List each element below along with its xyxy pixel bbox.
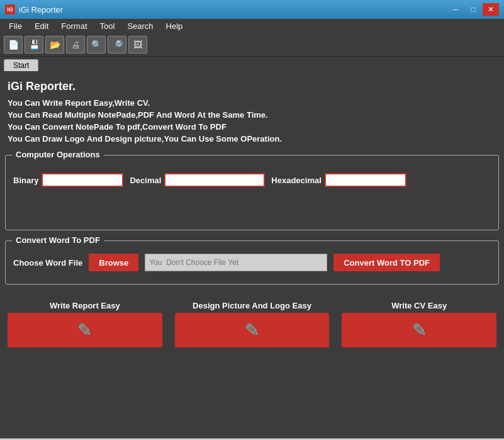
app-title: iGi Reporter.: [8, 80, 496, 93]
title-bar: iG iGi Reporter ─ □ ✕: [0, 0, 504, 19]
write-report-title: Write Report Easy: [50, 301, 120, 310]
menu-item-tool[interactable]: Tool: [94, 19, 121, 33]
binary-field-group: Binary: [13, 173, 123, 187]
design-picture-button[interactable]: ✎: [175, 313, 330, 347]
hexadecimal-label: Hexadecimal: [271, 176, 322, 185]
menu-item-search[interactable]: Search: [121, 19, 159, 33]
write-report-icon: ✎: [77, 320, 92, 341]
bottom-section: Write Report Easy ✎ Design Picture And L…: [5, 296, 499, 353]
convert-word-group: Convert Word To PDF Choose Word File Bro…: [5, 240, 499, 285]
toolbar-btn-image[interactable]: 🖼: [128, 36, 147, 54]
toolbar: 📄💾📂🖨🔍🔎🖼: [0, 33, 504, 57]
convert-word-button[interactable]: Convert Word TO PDF: [333, 254, 440, 271]
main-content: iGi Reporter. You Can Write Report Easy,…: [0, 71, 504, 438]
minimize-button[interactable]: ─: [447, 3, 464, 16]
computer-ops-fields: Binary Decimal Hexadecimal: [11, 161, 493, 225]
tab-bar: Start: [0, 57, 504, 71]
write-cv-card: Write CV Easy ✎: [342, 301, 496, 347]
toolbar-btn-new[interactable]: 📄: [4, 36, 23, 54]
convert-section: Choose Word File Browse Convert Word TO …: [11, 246, 493, 279]
computer-ops-group: Computer Operations Binary Decimal Hexad…: [5, 155, 499, 230]
restore-button[interactable]: □: [465, 3, 481, 16]
design-picture-card: Design Picture And Logo Easy ✎: [175, 301, 330, 347]
info-line-4: You Can Draw Logo And Design picture,You…: [8, 134, 496, 144]
info-line-2: You Can Read Multiple NotePade,PDF And W…: [8, 110, 496, 120]
menu-bar: FileEditFormatToolSearchHelp: [0, 19, 504, 33]
info-line-3: You Can Convert NotePade To pdf,Convert …: [8, 122, 496, 132]
computer-ops-title: Computer Operations: [12, 150, 104, 159]
tab-start[interactable]: Start: [4, 59, 38, 71]
close-button[interactable]: ✕: [483, 3, 499, 16]
toolbar-btn-print[interactable]: 🖨: [66, 36, 85, 54]
design-picture-title: Design Picture And Logo Easy: [193, 301, 311, 310]
menu-item-help[interactable]: Help: [160, 19, 189, 33]
choose-file-label: Choose Word File: [13, 258, 82, 268]
browse-button[interactable]: Browse: [89, 254, 138, 271]
write-cv-button[interactable]: ✎: [342, 313, 496, 347]
binary-label: Binary: [13, 176, 38, 185]
toolbar-btn-search[interactable]: 🔍: [87, 36, 106, 54]
info-section: iGi Reporter. You Can Write Report Easy,…: [5, 76, 499, 150]
toolbar-btn-replace[interactable]: 🔎: [108, 36, 126, 54]
window-title: iGi Reporter: [19, 5, 63, 14]
binary-input[interactable]: [42, 173, 123, 187]
menu-item-edit[interactable]: Edit: [28, 19, 55, 33]
design-picture-icon: ✎: [245, 320, 259, 341]
toolbar-btn-open[interactable]: 📂: [45, 36, 64, 54]
convert-word-title: Convert Word To PDF: [12, 235, 104, 245]
menu-item-format[interactable]: Format: [55, 19, 93, 33]
write-report-card: Write Report Easy ✎: [8, 301, 162, 347]
window-controls: ─ □ ✕: [447, 3, 499, 16]
decimal-label: Decimal: [130, 176, 161, 185]
decimal-field-group: Decimal: [130, 173, 265, 187]
file-path-input[interactable]: [145, 254, 327, 271]
decimal-input[interactable]: [164, 173, 265, 187]
app-icon: iG: [5, 4, 15, 14]
toolbar-btn-save[interactable]: 💾: [25, 36, 43, 54]
hexadecimal-field-group: Hexadecimal: [271, 173, 406, 187]
write-cv-icon: ✎: [412, 320, 427, 341]
info-line-1: You Can Write Report Easy,Write CV.: [8, 98, 496, 108]
write-report-button[interactable]: ✎: [8, 313, 162, 347]
write-cv-title: Write CV Easy: [391, 301, 447, 310]
hexadecimal-input[interactable]: [325, 173, 406, 187]
menu-item-file[interactable]: File: [3, 19, 28, 33]
